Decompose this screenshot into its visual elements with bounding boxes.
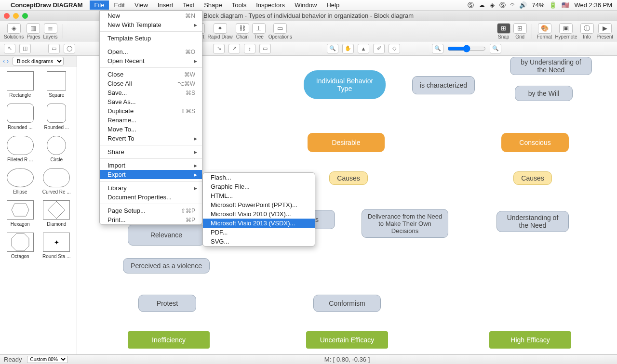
menu-tools[interactable]: Tools bbox=[227, 0, 251, 10]
export-menu-item-6[interactable]: PDF... bbox=[203, 228, 315, 237]
menu-inspectors[interactable]: Inspectors bbox=[251, 0, 290, 10]
file-menu-item-9[interactable]: Close All⌥⌘W bbox=[100, 79, 202, 88]
node-individual-behavior[interactable]: Individual Behavior Type bbox=[304, 70, 386, 99]
connector-3[interactable]: ↕ bbox=[244, 44, 255, 53]
stamp-tool[interactable]: ▲ bbox=[358, 44, 369, 53]
zoom-window-button[interactable] bbox=[22, 13, 28, 19]
export-menu-item-4[interactable]: Microsoft Visio 2010 (VDX)... bbox=[203, 209, 315, 219]
rapid-draw-button[interactable]: ✦Rapid Draw bbox=[208, 23, 233, 39]
connector-4[interactable]: ▭ bbox=[259, 44, 271, 53]
export-menu-item-3[interactable]: Microsoft PowerPoint (PPTX)... bbox=[203, 200, 315, 209]
node-understanding-need[interactable]: by Understanding of the Need bbox=[510, 57, 592, 75]
chain-button[interactable]: ⛓Chain bbox=[236, 23, 249, 39]
wifi-icon[interactable]: ⌔ bbox=[510, 1, 514, 9]
export-menu-item-7[interactable]: SVG... bbox=[203, 237, 315, 246]
node-conformism[interactable]: Conformism bbox=[313, 295, 381, 312]
connector-1[interactable]: ↘ bbox=[213, 44, 225, 53]
info-button[interactable]: ⓘInfo bbox=[580, 23, 594, 39]
file-menu-item-15[interactable]: Revert To bbox=[100, 134, 202, 143]
menu-text[interactable]: Text bbox=[178, 0, 199, 10]
ellipse-tool[interactable]: ◯ bbox=[64, 44, 75, 53]
volume-icon[interactable]: 🔊 bbox=[519, 1, 527, 9]
zoom-out-icon[interactable]: 🔍 bbox=[432, 44, 443, 53]
file-menu-item-14[interactable]: Move To... bbox=[100, 125, 202, 134]
node-will[interactable]: by the Will bbox=[515, 86, 573, 101]
node-causes-1[interactable]: Causes bbox=[329, 171, 368, 185]
cloud-icon[interactable]: ☁ bbox=[479, 1, 485, 9]
file-menu-item-19[interactable]: Import bbox=[100, 161, 202, 170]
skype-icon[interactable]: Ⓢ bbox=[499, 1, 506, 10]
hypernote-button[interactable]: ▣Hypernote bbox=[555, 23, 577, 39]
connector-2[interactable]: ↗ bbox=[228, 44, 240, 53]
node-relevance[interactable]: Relevance bbox=[128, 224, 205, 246]
shape-circle[interactable]: Circle bbox=[40, 134, 74, 164]
hand-tool[interactable]: ✋ bbox=[342, 44, 354, 53]
tree-button[interactable]: ⊥Tree bbox=[252, 23, 266, 39]
rect-tool[interactable]: ▭ bbox=[48, 44, 60, 53]
menu-insert[interactable]: Insert bbox=[153, 0, 178, 10]
shape-rounded-2[interactable]: Rounded ... bbox=[40, 102, 74, 132]
eraser-tool[interactable]: ◇ bbox=[389, 44, 400, 53]
library-selector[interactable]: Block diagrams bbox=[13, 57, 64, 65]
shape-square[interactable]: Square bbox=[40, 69, 74, 100]
file-menu-item-26[interactable]: Print...⌘P bbox=[100, 215, 202, 224]
shape-diamond[interactable]: Diamond bbox=[40, 198, 74, 229]
nav-back-icon[interactable]: ‹ bbox=[3, 58, 5, 65]
shape-ellipse[interactable]: Ellipse bbox=[3, 166, 38, 196]
export-menu-item-0[interactable]: Flash... bbox=[203, 173, 315, 182]
file-menu-item-6[interactable]: Open Recent bbox=[100, 56, 202, 65]
zoom-selector[interactable]: Custom 80% bbox=[27, 356, 67, 363]
file-menu-item-23[interactable]: Document Properties... bbox=[100, 193, 202, 202]
format-button[interactable]: 🎨Format bbox=[537, 23, 552, 39]
zoom-in-icon-2[interactable]: 🔍 bbox=[490, 44, 501, 53]
file-menu-item-17[interactable]: Share bbox=[100, 147, 202, 156]
node-perceived[interactable]: Perceived as a violence bbox=[123, 258, 210, 273]
node-causes-2[interactable]: Causes bbox=[513, 171, 552, 185]
node-high-efficacy[interactable]: High Efficacy bbox=[489, 331, 571, 349]
export-menu-item-1[interactable]: Graphic File... bbox=[203, 182, 315, 191]
file-menu-item-12[interactable]: Duplicate⇧⌘S bbox=[100, 106, 202, 116]
file-menu-item-25[interactable]: Page Setup...⇧⌘P bbox=[100, 206, 202, 215]
eyedropper-tool[interactable]: ✐ bbox=[373, 44, 385, 53]
snap-button[interactable]: ⊞Snap bbox=[497, 23, 510, 39]
node-characterized[interactable]: is characterized bbox=[412, 76, 475, 94]
node-protest[interactable]: Protest bbox=[138, 295, 196, 312]
s-icon[interactable]: Ⓢ bbox=[468, 1, 474, 10]
menu-shape[interactable]: Shape bbox=[199, 0, 227, 10]
shape-filleted[interactable]: Filleted R ... bbox=[3, 134, 38, 164]
menu-file[interactable]: File bbox=[90, 0, 109, 10]
solutions-button[interactable]: ◈Solutions bbox=[4, 23, 24, 39]
file-menu-item-8[interactable]: Close⌘W bbox=[100, 70, 202, 79]
grid-button[interactable]: ⊞Grid bbox=[513, 23, 527, 39]
shape-octagon[interactable]: Octagon bbox=[3, 231, 38, 261]
node-uncertain[interactable]: Uncertain Efficacy bbox=[306, 331, 388, 349]
export-menu-item-5[interactable]: Microsoft Visio 2013 (VSDX)... bbox=[203, 219, 315, 228]
menu-view[interactable]: View bbox=[130, 0, 153, 10]
flag-icon[interactable]: 🇺🇸 bbox=[562, 1, 569, 9]
layers-button[interactable]: ≣Layers bbox=[43, 23, 58, 39]
file-menu-item-13[interactable]: Rename... bbox=[100, 116, 202, 125]
pointer-tool[interactable]: ↖ bbox=[4, 44, 15, 53]
shape-hexagon[interactable]: Hexagon bbox=[3, 198, 38, 229]
nav-fwd-icon[interactable]: › bbox=[7, 58, 9, 65]
node-conscious[interactable]: Conscious bbox=[501, 133, 569, 152]
menu-window[interactable]: Window bbox=[290, 0, 322, 10]
marquee-tool[interactable]: ◫ bbox=[19, 44, 31, 53]
close-window-button[interactable] bbox=[4, 13, 10, 19]
file-menu-item-3[interactable]: Template Setup bbox=[100, 34, 202, 43]
shape-rectangle[interactable]: Rectangle bbox=[3, 69, 38, 100]
present-button[interactable]: ▶Present bbox=[597, 23, 613, 39]
file-menu-item-22[interactable]: Library bbox=[100, 183, 202, 193]
menu-edit[interactable]: Edit bbox=[109, 0, 129, 10]
operations-button[interactable]: ▭Operations bbox=[268, 23, 292, 39]
pages-button[interactable]: ▥Pages bbox=[27, 23, 40, 39]
zoom-slider[interactable] bbox=[447, 45, 486, 52]
file-menu-item-1[interactable]: New With Template bbox=[100, 20, 202, 29]
shape-rounded-1[interactable]: Rounded ... bbox=[3, 102, 38, 132]
shape-star[interactable]: ✦Round Sta ... bbox=[40, 231, 74, 261]
minimize-window-button[interactable] bbox=[13, 13, 19, 19]
file-menu-item-0[interactable]: New⌘N bbox=[100, 11, 202, 20]
menu-help[interactable]: Help bbox=[322, 0, 344, 10]
shape-curved[interactable]: Curved Re ... bbox=[40, 166, 74, 196]
node-desirable[interactable]: Desirable bbox=[308, 133, 385, 152]
